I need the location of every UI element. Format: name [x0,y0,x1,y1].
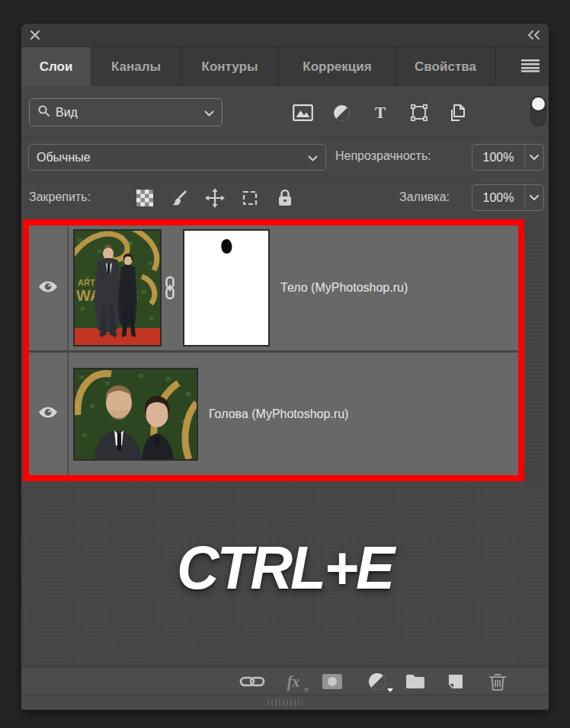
lock-pixels-brush-icon[interactable] [169,187,191,209]
chevron-down-icon [204,106,214,120]
eye-icon [37,405,59,423]
svg-text:ART: ART [78,278,95,287]
layer-name[interactable]: Тело (MyPhotoshop.ru) [280,281,408,295]
filter-kind-value: Вид [56,106,204,120]
lock-options-row: Закрепить: Заливка: 100% [21,177,549,219]
new-group-button[interactable] [402,669,428,694]
fill-input[interactable]: 100% [472,184,544,211]
letter-T-glyph: T [375,104,386,123]
panel-titlebar [21,24,549,47]
lock-label: Закрепить: [29,190,91,204]
tab-label: Коррекция [303,59,371,75]
lock-position-icon[interactable] [204,187,226,209]
layer-filter-toggle[interactable] [530,96,546,126]
blend-mode-select[interactable]: Обычные [28,144,326,171]
visibility-toggle[interactable] [29,225,69,350]
chevron-down-icon[interactable] [525,195,543,200]
layers-empty-area: CTRL+E [21,481,549,667]
tab-adjustments[interactable]: Коррекция [279,47,396,86]
close-icon[interactable] [29,29,41,41]
add-layer-mask-button[interactable] [319,669,345,694]
panel-tabs: Слои Каналы Контуры Коррекция Свойства [21,47,549,86]
trash-icon [489,672,506,691]
chevron-down-icon[interactable] [525,155,543,160]
new-layer-icon [447,672,465,691]
adjustment-dropdown-arrow-icon [387,688,393,692]
layer-thumbnail[interactable] [73,368,198,461]
panel-resize-strip [21,694,549,710]
fx-icon: fx [287,673,300,691]
tab-properties[interactable]: Свойства [396,47,495,86]
fill-value: 100% [472,191,524,205]
filter-adjustment-layers-icon[interactable] [331,102,352,123]
layer-name[interactable]: Голова (MyPhotoshop.ru) [209,407,348,421]
eye-icon [37,279,59,297]
filter-pixel-layers-icon[interactable] [292,102,313,123]
lock-transparency-icon[interactable] [134,187,155,209]
lock-all-padlock-icon[interactable] [274,187,296,209]
layer-row-golova[interactable]: Голова (MyPhotoshop.ru) [29,353,518,475]
tab-label: Контуры [202,59,258,75]
fill-label: Заливка: [399,190,450,204]
visibility-toggle[interactable] [29,353,69,475]
blend-mode-row: Обычные Непрозрачность: 100% [21,138,549,177]
tab-layers[interactable]: Слои [21,47,91,86]
search-icon [37,104,50,120]
opacity-label: Непрозрачность: [335,149,431,163]
hamburger-menu-icon [521,59,540,75]
lock-buttons [134,187,296,209]
merge-shortcut-caption: CTRL+E [177,533,393,603]
folder-icon [405,673,426,690]
layer-row-telo[interactable]: ART WA S [29,225,518,350]
new-layer-button[interactable] [443,669,469,694]
layers-list: ART WA S [21,219,549,481]
layer-mask-thumbnail[interactable] [183,229,270,346]
layer-styles-button[interactable]: fx [280,669,306,694]
opacity-value: 100% [472,151,524,164]
layers-panel: Слои Каналы Контуры Коррекция Свойства В… [21,24,549,710]
filter-kind-select[interactable]: Вид [29,98,223,126]
tab-label: Слои [40,59,73,75]
lock-artboard-icon[interactable] [239,187,261,209]
chain-link-icon [239,674,265,689]
tab-label: Каналы [111,59,161,75]
adjustment-circle-icon [368,672,386,691]
resize-grip-handle[interactable] [267,699,303,706]
filter-shape-layers-icon[interactable] [408,102,430,123]
blend-mode-value: Обычные [37,151,308,164]
layer-filter-row: Вид T [21,86,549,138]
collapse-panel-icon[interactable] [526,29,541,41]
filter-type-buttons: T [292,102,469,123]
mask-link-icon[interactable] [162,276,178,300]
tab-label: Свойства [415,59,476,75]
delete-layer-button[interactable] [485,669,511,694]
add-adjustment-layer-button[interactable] [364,669,390,694]
toggle-knob [532,97,545,110]
layer-thumbnail[interactable]: ART WA S [73,229,162,346]
layer-mask-icon [322,674,342,689]
link-layers-button[interactable] [239,669,265,694]
filter-text-layers-icon[interactable]: T [370,102,391,123]
tab-channels[interactable]: Каналы [91,47,181,86]
fx-dropdown-arrow-icon [303,688,309,692]
filter-smart-objects-icon[interactable] [447,102,469,123]
chevron-down-icon [308,151,318,164]
selection-highlight: ART WA S [23,219,524,481]
tab-paths[interactable]: Контуры [181,47,279,86]
layers-bottom-toolbar: fx [21,667,549,694]
panel-menu-button[interactable] [495,47,549,86]
opacity-input[interactable]: 100% [472,144,544,171]
